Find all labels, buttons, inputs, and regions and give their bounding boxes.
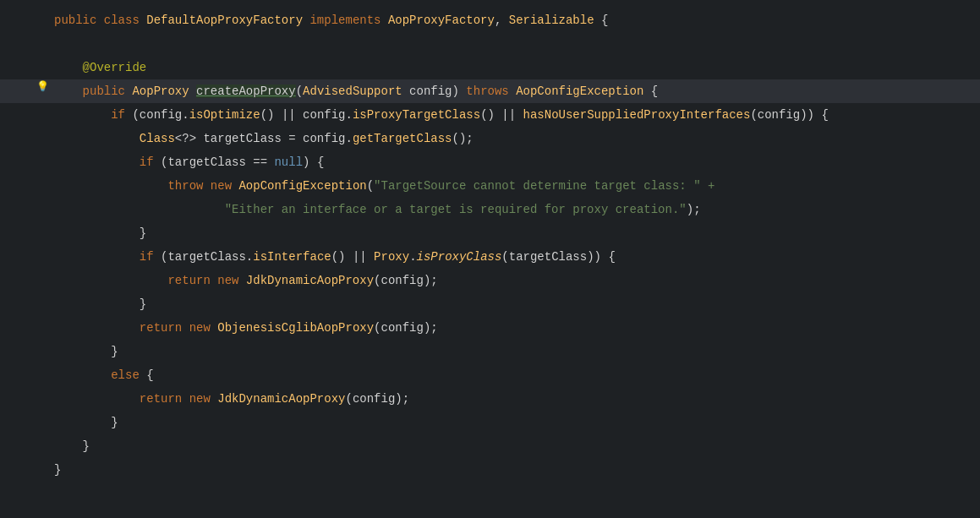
- token: }: [54, 226, 146, 240]
- token: (: [296, 85, 303, 98]
- token: DefaultAopProxyFactory: [146, 14, 309, 27]
- token: null: [274, 155, 303, 169]
- token: return: [140, 321, 189, 335]
- token: AopConfigException: [238, 179, 366, 193]
- token: {: [146, 368, 153, 382]
- token: getTargetClass: [353, 132, 452, 145]
- token: [54, 274, 167, 287]
- code-line-20: }: [0, 458, 980, 482]
- line-content-16: else {: [51, 364, 980, 386]
- token: }: [54, 297, 146, 311]
- token: [54, 155, 140, 169]
- token: createAopProxy: [196, 85, 296, 98]
- token: new: [189, 321, 218, 335]
- code-line-8: throw new AopConfigException("TargetSour…: [0, 174, 980, 198]
- token: {: [643, 85, 658, 98]
- token: isProxyClass: [417, 250, 502, 264]
- line-content-17: return new JdkDynamicAopProxy(config);: [51, 388, 980, 410]
- code-line-1: public class DefaultAopProxyFactory impl…: [0, 8, 980, 32]
- token: ();: [452, 132, 474, 145]
- code-line-12: return new JdkDynamicAopProxy(config);: [0, 269, 980, 292]
- token: isInterface: [253, 250, 331, 264]
- line-content-20: }: [51, 459, 980, 481]
- code-line-13: }: [0, 292, 980, 316]
- line-content-10: }: [51, 222, 980, 244]
- token: AopProxy: [132, 85, 196, 98]
- token: (config);: [345, 392, 409, 406]
- line-content-5: if (config.isOptimize() || config.isProx…: [51, 104, 980, 126]
- token: .: [409, 250, 416, 264]
- code-line-19: }: [0, 434, 980, 458]
- token: () ||: [331, 250, 374, 264]
- token: }: [54, 439, 90, 453]
- code-line-16: else {: [0, 363, 980, 387]
- token: () ||: [480, 108, 523, 122]
- line-content-11: if (targetClass.isInterface() || Proxy.i…: [51, 246, 980, 268]
- token: (config);: [374, 321, 438, 335]
- token: hasNoUserSuppliedProxyInterfaces: [523, 108, 751, 122]
- token: else: [111, 368, 146, 382]
- token: [54, 203, 225, 216]
- token: implements: [309, 14, 387, 27]
- token: {: [594, 14, 609, 27]
- token: () || config.: [260, 108, 353, 122]
- token: JdkDynamicAopProxy: [246, 274, 374, 287]
- line-content-19: }: [51, 435, 980, 457]
- code-editor: public class DefaultAopProxyFactory impl…: [0, 0, 980, 518]
- token: AopConfigException: [516, 85, 643, 98]
- token: Proxy: [374, 250, 409, 264]
- token: "TargetSource cannot determine target cl…: [374, 179, 714, 193]
- token: Serializable: [509, 14, 594, 27]
- code-line-6: Class<?> targetClass = config.getTargetC…: [0, 127, 980, 150]
- token: ObjenesisCglibAopProxy: [217, 321, 374, 335]
- token: config): [402, 85, 467, 98]
- token: (targetClass)) {: [501, 250, 615, 264]
- token: [54, 179, 167, 193]
- token: return: [167, 274, 217, 287]
- code-line-7: if (targetClass == null) {: [0, 150, 980, 174]
- token: [54, 250, 140, 264]
- token: if: [140, 155, 161, 169]
- token: "Either an interface or a target is requ…: [225, 203, 687, 216]
- token: if: [111, 108, 132, 122]
- token: ,: [495, 14, 509, 27]
- token: );: [687, 203, 701, 216]
- token: (: [367, 179, 374, 193]
- token: }: [54, 463, 61, 477]
- code-line-9: "Either an interface or a target is requ…: [0, 198, 980, 221]
- token: <?> targetClass = config.: [175, 132, 353, 145]
- token: isProxyTargetClass: [353, 108, 480, 122]
- token: isOptimize: [189, 108, 260, 122]
- token: [54, 85, 83, 98]
- token: ) {: [303, 155, 324, 169]
- line-content-14: return new ObjenesisCglibAopProxy(config…: [51, 317, 980, 339]
- line-content-4: public AopProxy createAopProxy(AdvisedSu…: [51, 80, 980, 102]
- code-line-5: if (config.isOptimize() || config.isProx…: [0, 103, 980, 127]
- token: public: [83, 85, 133, 98]
- token: }: [54, 416, 118, 429]
- token: [54, 108, 111, 122]
- token: if: [140, 250, 161, 264]
- code-line-10: }: [0, 221, 980, 245]
- token: (config.: [132, 108, 189, 122]
- lightbulb-icon[interactable]: 💡: [36, 80, 49, 93]
- line-content-7: if (targetClass == null) {: [51, 151, 980, 173]
- line-indicator-4: 💡: [34, 80, 51, 93]
- token: throw: [167, 179, 210, 193]
- line-content-6: Class<?> targetClass = config.getTargetC…: [51, 128, 980, 150]
- token: class: [104, 14, 146, 27]
- token: Class: [140, 132, 175, 145]
- token: [54, 61, 83, 74]
- code-line-15: }: [0, 340, 980, 363]
- line-content-8: throw new AopConfigException("TargetSour…: [51, 175, 980, 197]
- token: @Override: [83, 61, 147, 74]
- token: (targetClass ==: [161, 155, 274, 169]
- token: }: [54, 345, 118, 358]
- token: (targetClass.: [161, 250, 253, 264]
- code-line-14: return new ObjenesisCglibAopProxy(config…: [0, 316, 980, 340]
- token: [54, 132, 140, 145]
- token: new: [217, 274, 246, 287]
- token: [54, 392, 140, 406]
- line-content-13: }: [51, 293, 980, 315]
- line-content-18: }: [51, 412, 980, 433]
